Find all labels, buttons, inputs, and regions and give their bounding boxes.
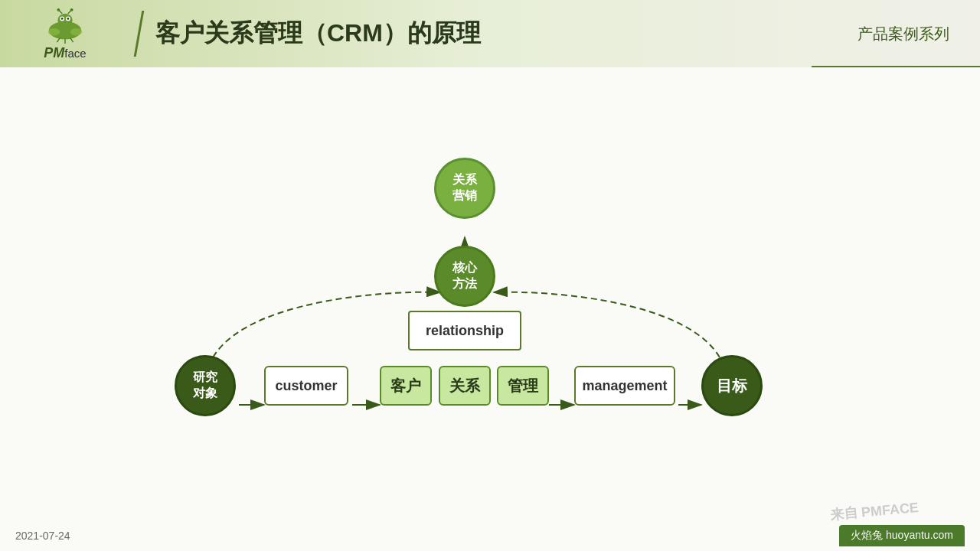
page-title: 客户关系管理（CRM）的原理 bbox=[155, 17, 858, 51]
svg-point-4 bbox=[61, 17, 64, 19]
footer-date: 2021-07-24 bbox=[15, 530, 70, 542]
node-kehu: 客户 bbox=[380, 366, 432, 406]
main-content: 关系 营销 核心 方法 relationship 研究 对象 customer … bbox=[0, 67, 980, 551]
svg-point-1 bbox=[57, 13, 72, 26]
node-guanxi: 关系 bbox=[439, 366, 491, 406]
logo-area: PMface bbox=[15, 7, 115, 61]
node-guanxi-yingxiao: 关系 营销 bbox=[434, 158, 495, 219]
node-mubiao: 目标 bbox=[701, 355, 763, 416]
header-divider bbox=[134, 11, 145, 57]
logo-text: PMface bbox=[44, 45, 86, 61]
footer-watermark: 火焰兔 huoyantu.com bbox=[839, 525, 965, 546]
node-hexin-fangfa: 核心 方法 bbox=[434, 246, 495, 307]
header: PMface 客户关系管理（CRM）的原理 产品案例系列 bbox=[0, 0, 980, 67]
node-guanli: 管理 bbox=[497, 366, 549, 406]
diagram-svg bbox=[0, 67, 980, 551]
footer: 2021-07-24 火焰兔 huoyantu.com bbox=[0, 520, 980, 551]
svg-point-9 bbox=[70, 8, 74, 11]
svg-point-10 bbox=[48, 28, 60, 35]
svg-point-7 bbox=[57, 8, 60, 11]
header-subtitle: 产品案例系列 bbox=[858, 24, 965, 44]
node-relationship: relationship bbox=[408, 311, 521, 350]
node-management: management bbox=[574, 366, 675, 406]
svg-point-5 bbox=[67, 17, 69, 19]
pmface-logo-icon bbox=[38, 7, 92, 45]
node-customer: customer bbox=[264, 366, 348, 406]
node-yanjiu-duixiang: 研究 对象 bbox=[175, 355, 236, 416]
svg-point-11 bbox=[70, 28, 82, 35]
